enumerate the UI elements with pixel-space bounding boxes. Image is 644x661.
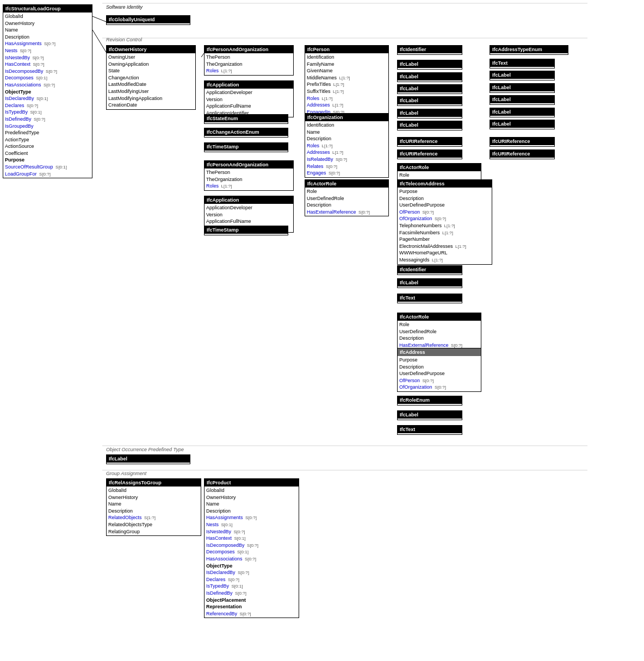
box-ifc-actor-role-1: IfcActorRole Role UserDefinedRole Descri… [305, 179, 389, 216]
box-header-structural-load-group: IfcStructuralLoadGroup [3, 5, 92, 13]
box-ifc-uri-reference-2: IfcURIReference [397, 149, 462, 159]
prod-nests: Nests S[0:1] [206, 521, 297, 528]
ar1-hasextref: HasExternalReference S[0:?] [307, 209, 387, 216]
prod-objectplacement: ObjectPlacement [206, 597, 297, 604]
body-label-m1 [398, 286, 462, 288]
header-actor-role-3: IfcActorRole [398, 313, 481, 321]
box-ifc-label-6: IfcLabel [397, 121, 462, 130]
pao2-roles: Roles L[1:?] [206, 183, 292, 190]
box-ifc-label-5: IfcLabel [397, 109, 462, 119]
field-hasassociations: HasAssociations S[0:?] [5, 82, 90, 89]
ar2-role: Role [399, 172, 479, 179]
header-label-r5: IfcLabel [490, 120, 554, 128]
header-label-4: IfcLabel [398, 97, 462, 104]
box-ifc-organization: IfcOrganization Identification Name Desc… [305, 113, 389, 178]
header-actor-role-2: IfcActorRole [398, 164, 481, 171]
ta-purpose: Purpose [399, 188, 490, 195]
ar3-userdefined: UserDefinedRole [399, 328, 479, 335]
header-label-2: IfcLabel [398, 73, 462, 80]
header-address-type-enum: IfcAddressTypeEnum [490, 46, 568, 53]
ratg-globalid: GlobalId [108, 487, 199, 494]
field-actiontype: ActionType [5, 136, 90, 144]
field-nests: Nests S[0:?] [5, 47, 90, 54]
header-label-6: IfcLabel [398, 121, 462, 129]
ta-description: Description [399, 195, 490, 202]
prod-description: Description [206, 508, 297, 515]
header-owner-history: IfcOwnerHistory [107, 46, 195, 53]
header-text-3: IfcText [398, 426, 462, 433]
org-roles: Roles L[1:?] [307, 142, 387, 149]
body-label-r3 [490, 103, 554, 104]
prod-hasassignments: HasAssignments S[0:?] [206, 514, 297, 521]
header-person-org-2: IfcPersonAndOrganization [205, 161, 293, 169]
box-ifc-label-r2: IfcLabel [490, 83, 555, 93]
oh-lastmodifieddate: LastModifiedDate [108, 81, 194, 88]
label-software-identity: Software Identity [106, 4, 143, 10]
ratg-description: Description [108, 508, 199, 515]
prod-istypedby: IsTypedBy S[0:1] [206, 583, 297, 590]
p-identification: Identification [307, 54, 387, 61]
box-ifc-role-enum: IfcRoleEnum [397, 396, 462, 406]
body-timestamp-1 [205, 151, 288, 152]
header-identifier-2: IfcIdentifier [398, 266, 462, 273]
body-state-enum [205, 122, 288, 123]
box-ifc-rel-assigns-to-group: IfcRelAssignsToGroup GlobalId OwnerHisto… [106, 478, 201, 536]
field-decomposes: Decomposes S[0:1] [5, 74, 90, 82]
ratg-relatedobjects: RelatedObjects S[1:?] [108, 514, 199, 521]
body-uri-r1 [490, 145, 554, 146]
app1-dev: ApplicationDeveloper [206, 89, 292, 96]
org-relates: Relates S[0:?] [307, 163, 387, 170]
header-uri-r1: IfcURIReference [490, 138, 554, 145]
p-prefixtitles: PrefixTitles L[1:?] [307, 81, 387, 88]
ar3-role: Role [399, 321, 479, 328]
box-ifc-owner-history: IfcOwnerHistory OwningUser OwningApplica… [106, 45, 196, 110]
addr-oforg: OfOrganization S[0:?] [399, 384, 479, 391]
box-ifc-label-r3: IfcLabel [490, 95, 555, 105]
field-isgroupedby: IsGroupedBy [5, 123, 90, 130]
body-label-1 [398, 68, 462, 69]
body-change-action-enum [205, 136, 288, 137]
header-timestamp-1: IfcTimeStamp [205, 143, 288, 151]
oh-owningapp: OwningApplication [108, 61, 194, 68]
app2-fullname: ApplicationFullName [206, 218, 292, 225]
ta-telephonenumbers: TelephoneNumbers L[1:?] [399, 222, 490, 229]
oh-lastmodifyingapp: LastModifyingApplication [108, 95, 194, 102]
box-ifc-label-r4: IfcLabel [490, 108, 555, 117]
body-address: Purpose Description UserDefinedPurpose O… [398, 356, 481, 391]
header-label-m1: IfcLabel [398, 279, 462, 286]
header-actor-role-1: IfcActorRole [305, 180, 388, 188]
body-uri-r2 [490, 158, 554, 159]
field-istypedby: IsTypedBy S[0:1] [5, 109, 90, 116]
box-ifc-label-r1: IfcLabel [490, 71, 555, 80]
pao2-theperson: ThePerson [206, 169, 292, 176]
ratg-relatedobjectstype: RelatedObjectsType [108, 521, 199, 528]
box-ifc-person-and-org-1: IfcPersonAndOrganization ThePerson TheOr… [204, 45, 294, 76]
diagram-container: Software Identity IfcStructuralLoadGroup… [0, 0, 644, 661]
header-text-2: IfcText [398, 294, 462, 302]
box-ifc-time-stamp-2: IfcTimeStamp [204, 226, 288, 235]
body-label-3 [398, 92, 462, 93]
field-isdeclaredby: IsDeclaredBy S[0:1] [5, 95, 90, 102]
body-globally-unique-id [107, 23, 190, 24]
field-globalid: GlobalId [5, 13, 90, 20]
label-group-assignment: Group Assignment [106, 471, 146, 476]
box-ifc-text-2: IfcText [397, 294, 462, 303]
header-label-r4: IfcLabel [490, 108, 554, 116]
body-product: GlobalId OwnerHistory Name Description H… [205, 487, 299, 618]
box-ifc-globally-unique-id: IfcGloballyUniqueId [106, 15, 190, 25]
field-ownerhistory: OwnerHistory [5, 20, 90, 27]
oh-lastmodifyinguser: LastModifyingUser [108, 88, 194, 95]
body-app-1: ApplicationDeveloper Version Application… [205, 89, 293, 117]
header-globally-unique-id: IfcGloballyUniqueId [107, 16, 190, 23]
field-isdecomposedby: IsDecomposedBy S[0:?] [5, 68, 90, 75]
field-hascontext: HasContext S[0:?] [5, 61, 90, 68]
header-change-action-enum: IfcChangeActionEnum [205, 128, 288, 136]
ta-messagingids: MessagingIds L[1:?] [399, 257, 490, 264]
field-name: Name [5, 27, 90, 34]
prod-name: Name [206, 501, 297, 508]
body-address-type-enum [490, 53, 568, 54]
prod-declares: Declares S[0:?] [206, 576, 297, 583]
header-organization: IfcOrganization [305, 114, 388, 121]
body-text-1 [490, 67, 554, 68]
box-ifc-product: IfcProduct GlobalId OwnerHistory Name De… [204, 478, 299, 618]
